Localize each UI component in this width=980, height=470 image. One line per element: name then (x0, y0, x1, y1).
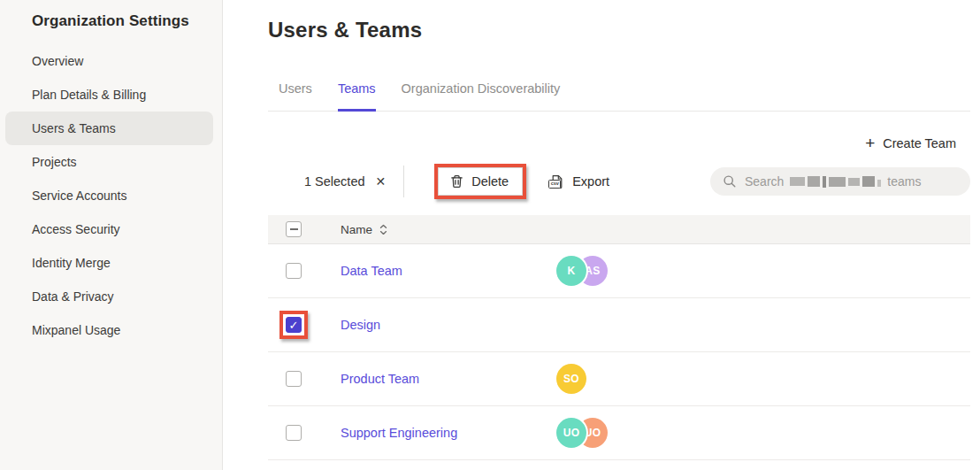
avatar: K (556, 256, 586, 286)
create-team-button[interactable]: + Create Team (865, 135, 956, 151)
team-link-data-team[interactable]: Data Team (341, 264, 402, 278)
table-row-support-engineering: Support Engineering UO UO (268, 406, 970, 460)
tab-teams[interactable]: Teams (338, 81, 376, 112)
create-team-label: Create Team (883, 136, 956, 150)
name-column-header: Name (341, 223, 387, 236)
member-avatars: K AS (556, 256, 608, 286)
table-row-data-team: Data Team K AS (268, 244, 970, 298)
delete-button-label: Delete (471, 174, 509, 189)
tab-users[interactable]: Users (279, 81, 312, 111)
member-avatars: UO UO (556, 418, 608, 448)
sidebar-item-users-teams[interactable]: Users & Teams (5, 112, 213, 145)
team-link-support-engineering[interactable]: Support Engineering (341, 426, 457, 440)
plus-icon: + (865, 135, 875, 151)
main-content: Users & Teams Users Teams Organization D… (223, 0, 980, 470)
sidebar-item-identity-merge[interactable]: Identity Merge (0, 246, 222, 280)
avatar: SO (556, 364, 586, 394)
search-placeholder: Search teams (745, 174, 921, 189)
avatar: UO (556, 418, 586, 448)
tab-organization-discoverability[interactable]: Organization Discoverability (402, 81, 561, 111)
row-checkbox[interactable] (286, 425, 302, 441)
sidebar-item-mixpanel-usage[interactable]: Mixpanel Usage (0, 313, 222, 347)
search-input[interactable]: Search teams (710, 167, 970, 196)
member-avatars: SO (556, 364, 586, 394)
sidebar-item-overview[interactable]: Overview (0, 44, 222, 78)
selection-count-label: 1 Selected (304, 174, 365, 189)
checkbox-highlight-box: ✓ (279, 311, 308, 339)
team-link-product-team[interactable]: Product Team (341, 372, 419, 386)
create-team-row: + Create Team (268, 135, 970, 151)
bulk-action-toolbar: 1 Selected ✕ Delete (268, 162, 970, 201)
sidebar-item-data-privacy[interactable]: Data & Privacy (0, 280, 222, 313)
delete-button[interactable]: Delete (438, 167, 523, 196)
page-title: Users & Teams (268, 18, 970, 42)
sidebar-title: Organization Settings (0, 11, 222, 30)
team-link-design[interactable]: Design (341, 318, 380, 332)
toolbar-divider (403, 166, 404, 197)
table-header-row: Name (268, 215, 970, 244)
csv-file-icon: csv (550, 174, 564, 189)
sidebar-item-projects[interactable]: Projects (0, 145, 222, 179)
delete-highlight-box: Delete (434, 164, 526, 199)
table-row-product-team: Product Team SO (268, 352, 970, 406)
clear-selection-icon[interactable]: ✕ (374, 173, 388, 190)
sidebar-item-plan-details-billing[interactable]: Plan Details & Billing (0, 78, 222, 112)
select-all-checkbox[interactable] (286, 221, 302, 237)
sidebar: Organization Settings Overview Plan Deta… (0, 0, 223, 470)
export-button-label: Export (572, 174, 609, 189)
trash-icon (450, 174, 463, 189)
tab-bar: Users Teams Organization Discoverability (268, 81, 970, 112)
row-checkbox-checked[interactable]: ✓ (286, 317, 302, 333)
selection-status: 1 Selected ✕ (304, 173, 387, 190)
row-checkbox[interactable] (286, 371, 302, 387)
sort-icon[interactable] (379, 224, 387, 235)
sidebar-item-service-accounts[interactable]: Service Accounts (0, 179, 222, 212)
teams-table: Name Data Team K AS (268, 215, 970, 460)
sidebar-item-access-security[interactable]: Access Security (0, 212, 222, 246)
export-button[interactable]: csv Export (550, 174, 609, 189)
redacted-text (790, 176, 881, 188)
table-row-design: ✓ Design (268, 298, 970, 352)
search-icon (723, 174, 737, 189)
row-checkbox[interactable] (286, 263, 302, 279)
